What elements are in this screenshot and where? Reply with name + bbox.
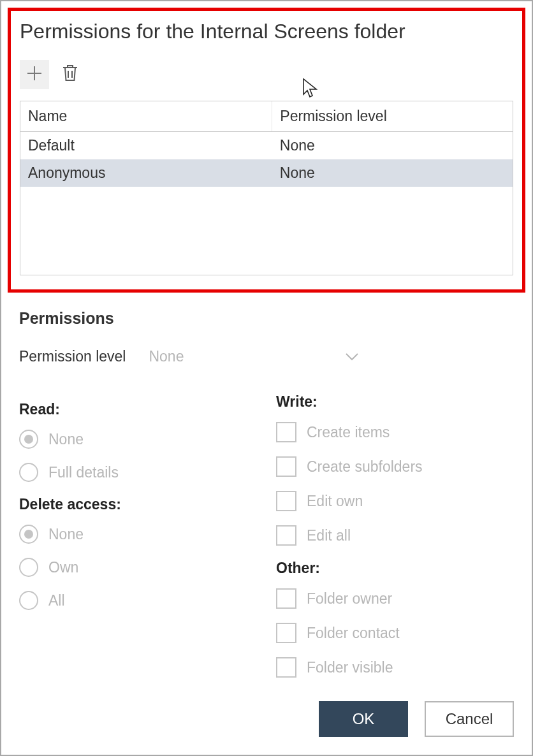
checkbox-label: Folder contact xyxy=(307,625,400,642)
cell-name: Default xyxy=(20,132,272,159)
write-edit-all-checkbox[interactable]: Edit all xyxy=(276,525,514,546)
trash-icon xyxy=(62,64,78,85)
radio-label: None xyxy=(48,526,84,543)
dialog-title: Permissions for the Internal Screens fol… xyxy=(20,20,513,43)
read-label: Read: xyxy=(19,401,257,418)
left-column: Read: None Full details Delete access: N… xyxy=(19,400,263,692)
other-folder-contact-checkbox[interactable]: Folder contact xyxy=(276,623,514,643)
table-row[interactable]: Anonymous None xyxy=(20,159,513,187)
write-create-subfolders-checkbox[interactable]: Create subfolders xyxy=(276,456,514,477)
checkbox-label: Folder visible xyxy=(307,659,393,676)
permission-level-value: None xyxy=(149,348,184,365)
checkbox-label: Edit own xyxy=(307,493,363,510)
add-button[interactable] xyxy=(20,60,49,89)
write-label: Write: xyxy=(276,393,514,411)
radio-label: None xyxy=(48,431,84,448)
delete-button[interactable] xyxy=(55,60,85,89)
cancel-button[interactable]: Cancel xyxy=(425,701,514,737)
delete-all-radio[interactable]: All xyxy=(19,591,257,610)
delete-own-radio[interactable]: Own xyxy=(19,558,257,577)
checkbox-icon xyxy=(276,525,296,546)
users-toolbar xyxy=(20,60,513,89)
radio-icon xyxy=(19,525,38,544)
radio-label: All xyxy=(48,592,65,609)
read-full-details-radio[interactable]: Full details xyxy=(19,463,257,482)
cell-level: None xyxy=(272,159,513,187)
checkbox-label: Folder owner xyxy=(307,590,392,607)
radio-icon xyxy=(19,463,38,482)
permission-level-label: Permission level xyxy=(19,348,126,365)
dialog-buttons: OK Cancel xyxy=(319,701,532,755)
radio-icon xyxy=(19,591,38,610)
cell-name: Anonymous xyxy=(20,159,272,187)
permissions-table: Name Permission level Default None Anony… xyxy=(20,101,513,275)
plus-icon xyxy=(26,65,43,84)
table-body: Default None Anonymous None xyxy=(20,132,513,275)
permission-columns: Read: None Full details Delete access: N… xyxy=(19,400,514,692)
radio-icon xyxy=(19,558,38,577)
table-header: Name Permission level xyxy=(20,101,513,132)
checkbox-label: Create items xyxy=(307,424,390,441)
checkbox-icon xyxy=(276,588,296,609)
ok-button[interactable]: OK xyxy=(319,701,408,737)
header-name[interactable]: Name xyxy=(20,101,272,131)
read-none-radio[interactable]: None xyxy=(19,430,257,449)
checkbox-label: Edit all xyxy=(307,527,351,544)
checkbox-icon xyxy=(276,456,296,477)
header-level[interactable]: Permission level xyxy=(272,101,513,131)
radio-label: Full details xyxy=(48,464,119,481)
checkbox-icon xyxy=(276,422,296,442)
other-folder-owner-checkbox[interactable]: Folder owner xyxy=(276,588,514,609)
write-create-items-checkbox[interactable]: Create items xyxy=(276,422,514,442)
checkbox-icon xyxy=(276,623,296,643)
delete-label: Delete access: xyxy=(19,496,257,513)
write-edit-own-checkbox[interactable]: Edit own xyxy=(276,491,514,511)
permissions-dialog: Permissions for the Internal Screens fol… xyxy=(0,0,533,756)
users-panel-highlighted: Permissions for the Internal Screens fol… xyxy=(8,8,525,293)
delete-none-radio[interactable]: None xyxy=(19,525,257,544)
table-row[interactable]: Default None xyxy=(20,132,513,159)
checkbox-label: Create subfolders xyxy=(307,458,423,476)
cell-level: None xyxy=(272,132,513,159)
other-folder-visible-checkbox[interactable]: Folder visible xyxy=(276,657,514,678)
checkbox-icon xyxy=(276,491,296,511)
permission-level-select[interactable]: None xyxy=(147,345,364,368)
right-column: Write: Create items Create subfolders Ed… xyxy=(263,400,514,692)
radio-icon xyxy=(19,430,38,449)
permission-level-row: Permission level None xyxy=(19,345,514,368)
radio-label: Own xyxy=(48,559,78,576)
checkbox-icon xyxy=(276,657,296,678)
chevron-down-icon xyxy=(345,348,359,365)
permissions-section-title: Permissions xyxy=(19,309,514,328)
permissions-section: Permissions Permission level None Read: … xyxy=(1,293,532,692)
other-label: Other: xyxy=(276,560,514,577)
